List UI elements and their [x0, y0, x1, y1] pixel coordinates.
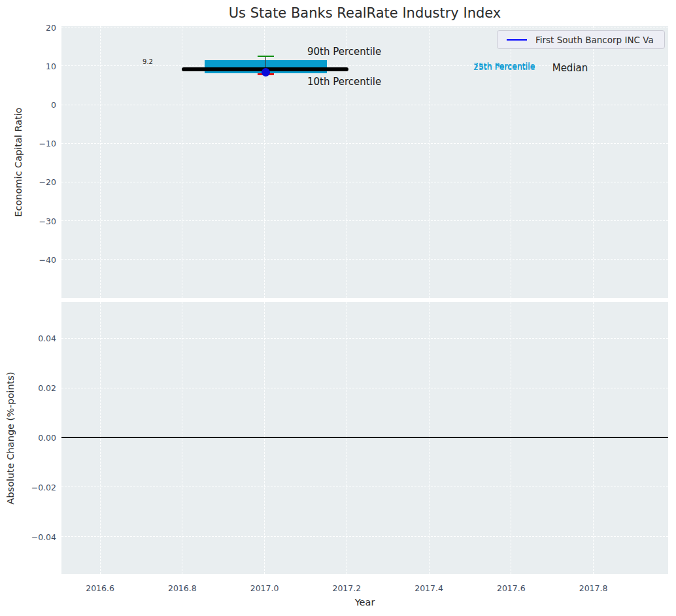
figure: Us State Banks RealRate Industry Index 9…: [0, 0, 676, 616]
annotation-median-value: 9.2: [143, 58, 153, 65]
chart-title: Us State Banks RealRate Industry Index: [229, 5, 501, 21]
legend-series-label: First South Bancorp INC Va: [535, 35, 654, 45]
top-y-axis-label: Economic Capital Ratio: [13, 107, 24, 216]
legend-line-sample: [507, 39, 527, 41]
y-gridline: [61, 259, 668, 260]
y-tick-label: −20: [39, 177, 56, 187]
y-gridline: [61, 388, 668, 388]
y-tick-label: −0.02: [31, 482, 56, 492]
y-tick-label: 0.04: [38, 334, 56, 343]
y-tick-label: 0.02: [38, 383, 56, 393]
x-gridline: [429, 26, 430, 298]
y-gridline: [61, 338, 668, 339]
y-tick-label: −40: [39, 254, 56, 264]
y-tick-label: 20: [46, 22, 56, 32]
y-gridline: [61, 487, 668, 487]
y-gridline: [61, 105, 668, 105]
y-tick-label: 0.00: [38, 433, 56, 443]
zero-line: [61, 437, 668, 438]
annotation-p90-label: 90th Percentile: [307, 46, 381, 58]
y-tick-label: 0: [51, 100, 56, 110]
x-axis-label: Year: [355, 597, 375, 607]
top-axes: 9.290th Percentile10th Percentile75th Pe…: [61, 26, 668, 298]
y-tick-label: −30: [39, 216, 56, 226]
x-tick-label: 2017.8: [579, 583, 608, 593]
p90-cap: [258, 56, 274, 58]
y-gridline: [61, 536, 668, 537]
x-tick-label: 2016.8: [168, 583, 197, 593]
y-gridline: [61, 220, 668, 221]
y-tick-label: −0.04: [31, 532, 56, 541]
y-tick-label: 10: [46, 61, 56, 71]
legend: First South Bancorp INC Va: [497, 30, 665, 49]
x-gridline: [100, 26, 101, 298]
x-tick-label: 2017.4: [414, 583, 443, 593]
x-tick-label: 2017.0: [250, 583, 279, 593]
annotation-p10-label: 10th Percentile: [307, 76, 381, 88]
annotation-p25-label: 25th Percentile: [473, 62, 535, 72]
annotation-median-label: Median: [552, 62, 588, 74]
x-gridline: [593, 26, 594, 298]
y-tick-label: −10: [39, 139, 56, 148]
x-tick-label: 2017.6: [497, 583, 526, 593]
x-tick-label: 2016.6: [86, 583, 114, 593]
y-gridline: [61, 27, 668, 27]
company-value-marker: [262, 68, 270, 77]
y-gridline: [61, 182, 668, 182]
y-gridline: [61, 143, 668, 144]
bottom-y-axis-label: Absolute Change (%-points): [5, 372, 16, 505]
x-tick-label: 2017.2: [332, 583, 361, 593]
bottom-axes: [61, 302, 668, 574]
